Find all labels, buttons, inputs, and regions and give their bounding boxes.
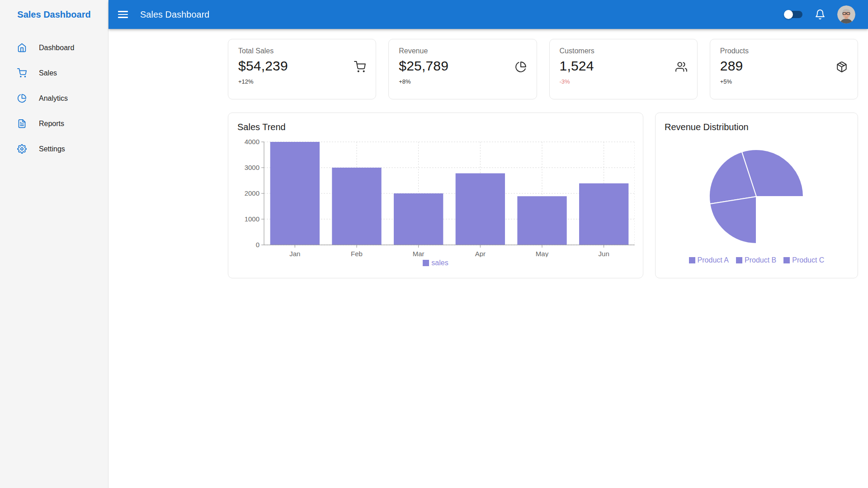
sidebar-item-reports[interactable]: Reports: [0, 111, 108, 136]
cart-icon: [354, 61, 366, 73]
svg-text:4000: 4000: [245, 138, 259, 145]
sidebar-item-settings[interactable]: Settings: [0, 136, 108, 162]
theme-toggle-switch[interactable]: [784, 9, 804, 19]
package-icon: [836, 61, 848, 73]
stats-row: Total Sales $54,239 +12% Revenue $25,789…: [228, 39, 858, 99]
stat-value: $25,789: [399, 58, 526, 74]
svg-text:2000: 2000: [245, 189, 259, 197]
sidebar-item-label: Sales: [39, 69, 57, 77]
revenue-distribution-legend: Product AProduct BProduct C: [665, 256, 849, 264]
legend-swatch-icon: [423, 260, 429, 266]
sidebar: Sales Dashboard Dashboard Sales Analytic…: [0, 0, 108, 488]
stat-card-products: Products 289 +5%: [710, 39, 858, 99]
menu-button[interactable]: [112, 4, 134, 25]
legend-item: Product B: [736, 256, 776, 264]
stat-value: 1,524: [560, 58, 687, 74]
pie-chart-icon: [17, 94, 27, 103]
switch-thumb: [784, 10, 793, 19]
sales-trend-card: Sales Trend 01000200030004000JanFebMarAp…: [228, 113, 643, 278]
svg-text:Apr: Apr: [475, 250, 486, 257]
svg-text:Jun: Jun: [599, 250, 609, 257]
legend-item: Product A: [689, 256, 729, 264]
pie-chart-icon: [515, 61, 527, 73]
stat-label: Revenue: [399, 47, 526, 55]
legend-swatch-icon: [783, 257, 790, 263]
legend-label: Product C: [792, 256, 824, 264]
legend-swatch-icon: [736, 257, 742, 263]
appbar-actions: [784, 5, 855, 23]
svg-text:Jan: Jan: [289, 250, 300, 257]
sidebar-item-label: Analytics: [39, 94, 68, 103]
legend-item: Product C: [783, 256, 824, 264]
home-icon: [17, 43, 27, 53]
svg-text:Mar: Mar: [413, 250, 425, 257]
bell-icon: [815, 9, 826, 20]
stat-card-revenue: Revenue $25,789 +8%: [388, 39, 537, 99]
stat-change: +5%: [720, 78, 848, 85]
svg-text:Feb: Feb: [351, 250, 363, 257]
stat-card-total-sales: Total Sales $54,239 +12%: [228, 39, 376, 99]
user-avatar[interactable]: [837, 5, 855, 23]
revenue-pie-chart: [665, 137, 849, 251]
svg-text:3000: 3000: [245, 164, 259, 171]
gear-icon: [17, 144, 27, 154]
sales-trend-bar-chart: 01000200030004000JanFebMarAprMayJun: [237, 136, 635, 257]
sidebar-item-label: Dashboard: [39, 44, 74, 52]
svg-text:0: 0: [256, 241, 259, 249]
file-text-icon: [17, 119, 27, 129]
stat-change: +8%: [399, 78, 526, 85]
stat-value: $54,239: [238, 58, 366, 74]
stat-change: +12%: [238, 78, 366, 85]
sidebar-item-sales[interactable]: Sales: [0, 61, 108, 86]
sidebar-item-label: Settings: [39, 145, 65, 153]
sidebar-app-title: Sales Dashboard: [17, 9, 90, 20]
sidebar-menu: Dashboard Sales Analytics Reports Settin…: [0, 29, 108, 162]
svg-text:1000: 1000: [245, 215, 259, 223]
svg-text:May: May: [536, 250, 549, 257]
menu-icon: [118, 9, 128, 20]
appbar: Sales Dashboard: [108, 0, 868, 29]
stat-label: Customers: [560, 47, 687, 55]
stat-change: -3%: [560, 78, 687, 85]
revenue-distribution-card: Revenue Distribution Product AProduct BP…: [655, 113, 858, 278]
notifications-button[interactable]: [815, 9, 826, 20]
sidebar-item-label: Reports: [39, 120, 64, 128]
legend-swatch-icon: [689, 257, 695, 263]
legend-label: sales: [431, 259, 448, 267]
stat-card-customers: Customers 1,524 -3%: [549, 39, 698, 99]
stat-label: Total Sales: [238, 47, 366, 55]
sales-trend-legend: sales: [237, 259, 634, 267]
legend-label: Product A: [698, 256, 729, 264]
users-icon: [675, 61, 687, 73]
stat-label: Products: [720, 47, 848, 55]
cart-icon: [17, 68, 27, 78]
stat-value: 289: [720, 58, 848, 74]
sidebar-item-dashboard[interactable]: Dashboard: [0, 35, 108, 61]
appbar-title: Sales Dashboard: [140, 9, 209, 20]
sales-trend-title: Sales Trend: [237, 122, 634, 132]
charts-row: Sales Trend 01000200030004000JanFebMarAp…: [228, 113, 858, 278]
legend-label: Product B: [745, 256, 776, 264]
main-content: Total Sales $54,239 +12% Revenue $25,789…: [108, 0, 868, 278]
revenue-distribution-title: Revenue Distribution: [665, 122, 849, 132]
sidebar-item-analytics[interactable]: Analytics: [0, 86, 108, 111]
sidebar-header: Sales Dashboard: [0, 0, 108, 29]
legend-item: sales: [423, 259, 448, 267]
